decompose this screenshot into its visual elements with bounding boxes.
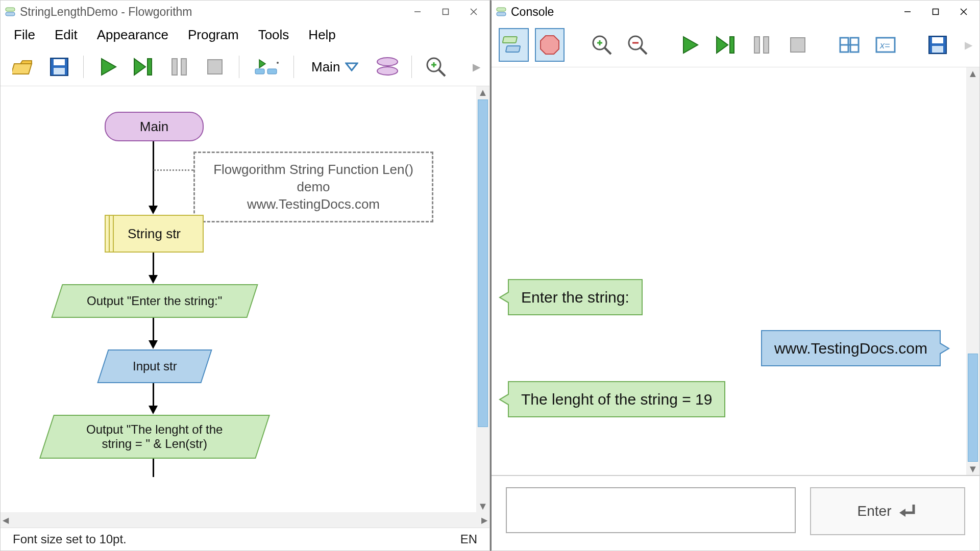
function-selector-label: Main [311, 59, 340, 75]
bubble-text: The lenght of the string = 19 [521, 391, 712, 408]
open-button[interactable] [10, 53, 37, 81]
toolbar-scroll-right-icon[interactable]: ▶ [965, 39, 972, 51]
svg-rect-27 [497, 12, 506, 16]
bubble-text: Enter the string: [521, 289, 629, 306]
zoom-in-button[interactable] [586, 28, 617, 62]
shape-tool-button[interactable] [374, 53, 401, 81]
menu-tools[interactable]: Tools [256, 26, 291, 44]
step-button[interactable] [130, 53, 157, 81]
scroll-up-icon[interactable]: ▲ [478, 86, 488, 98]
zoom-in-button[interactable] [422, 53, 450, 81]
chat-mode-button[interactable] [499, 28, 529, 62]
svg-marker-34 [541, 36, 559, 54]
flowchart-input-node[interactable]: Input str [97, 349, 212, 383]
svg-rect-3 [443, 9, 448, 15]
run-button[interactable] [675, 28, 705, 62]
stop-button[interactable] [201, 53, 229, 81]
output-label: Output "Enter the string:" [87, 294, 222, 308]
menu-appearance[interactable]: Appearance [95, 26, 170, 44]
vertical-scrollbar[interactable]: ▲ ▼ [966, 67, 979, 475]
flowchart-declare-node[interactable]: String str [105, 215, 204, 253]
svg-line-40 [641, 48, 647, 54]
console-output-area[interactable]: Enter the string: www.TestingDocs.com Th… [492, 67, 966, 475]
close-button[interactable] [459, 2, 487, 21]
function-selector[interactable]: Main [304, 59, 365, 75]
app-icon [5, 6, 16, 17]
layout-button[interactable] [250, 53, 283, 81]
declare-label: String str [128, 226, 181, 242]
enter-button[interactable]: Enter [810, 487, 965, 535]
scroll-left-icon[interactable]: ◀ [3, 515, 9, 525]
comment-line: demo [206, 179, 421, 196]
svg-point-18 [277, 62, 279, 64]
flowchart-output-node[interactable]: Output "The lenght of the string = " & L… [39, 415, 270, 459]
svg-rect-29 [933, 9, 938, 15]
statusbar: Font size set to 10pt. EN [1, 528, 489, 550]
menu-file[interactable]: File [12, 26, 37, 44]
save-button[interactable] [45, 53, 73, 81]
console-input[interactable] [506, 487, 796, 533]
variables-button[interactable] [835, 28, 865, 62]
stop-mode-button[interactable] [535, 28, 565, 62]
start-label: Main [140, 119, 168, 135]
console-input-row: Enter [492, 475, 979, 550]
enter-icon [898, 503, 918, 520]
enter-label: Enter [857, 503, 892, 519]
step-button[interactable] [710, 28, 741, 62]
flowgorithm-window: StringLengthDemo - Flowgorithm File Edit… [0, 0, 490, 551]
run-button[interactable] [94, 53, 121, 81]
toolbar-scroll-right-icon[interactable]: ▶ [473, 61, 480, 73]
console-input-bubble: www.TestingDocs.com [761, 330, 941, 366]
svg-rect-8 [54, 68, 65, 74]
svg-rect-7 [54, 59, 65, 65]
input-label: Input str [133, 359, 177, 373]
svg-rect-13 [181, 59, 186, 75]
close-button[interactable] [949, 2, 977, 21]
menu-edit[interactable]: Edit [53, 26, 80, 44]
svg-marker-15 [259, 60, 265, 68]
watch-button[interactable]: x= [871, 28, 901, 62]
vertical-scrollbar[interactable]: ▲ ▼ [476, 86, 489, 512]
scroll-down-icon[interactable]: ▼ [478, 500, 488, 512]
svg-point-20 [377, 58, 398, 66]
svg-rect-44 [730, 37, 734, 53]
stop-button[interactable] [782, 28, 813, 62]
scroll-right-icon[interactable]: ▶ [481, 515, 487, 525]
pause-button[interactable] [165, 53, 193, 81]
svg-line-36 [605, 48, 611, 54]
svg-rect-46 [764, 37, 769, 53]
menu-help[interactable]: Help [306, 26, 337, 44]
window-title: Console [511, 5, 893, 19]
comment-line: www.TestingDocs.com [206, 196, 421, 213]
flowchart-start-node[interactable]: Main [105, 112, 204, 141]
svg-line-23 [439, 70, 445, 76]
scroll-up-icon[interactable]: ▲ [968, 67, 978, 80]
flowchart-comment-node[interactable]: Flowgorithm String Function Len() demo w… [193, 152, 433, 222]
horizontal-scrollbar[interactable]: ◀ ▶ [1, 512, 489, 528]
status-language: EN [460, 532, 477, 546]
scroll-down-icon[interactable]: ▼ [968, 463, 978, 475]
svg-marker-10 [134, 59, 145, 75]
menu-program[interactable]: Program [186, 26, 241, 44]
svg-marker-9 [102, 59, 116, 75]
zoom-out-button[interactable] [623, 28, 653, 62]
svg-text:x=: x= [879, 40, 890, 51]
svg-rect-33 [506, 46, 521, 52]
flowchart-output-node[interactable]: Output "Enter the string:" [51, 284, 258, 318]
output-label: Output "The lenght of the [86, 422, 223, 437]
output-label: string = " & Len(str) [86, 437, 223, 451]
status-message: Font size set to 10pt. [13, 532, 127, 546]
flowchart-canvas[interactable]: Main Flowgorithm String Function Len() d… [1, 86, 476, 512]
bubble-text: www.TestingDocs.com [774, 340, 927, 357]
chevron-down-icon [345, 62, 358, 71]
svg-rect-54 [932, 37, 943, 43]
svg-rect-1 [6, 12, 15, 16]
maximize-button[interactable] [431, 2, 459, 21]
console-save-button[interactable] [923, 28, 953, 62]
console-output-bubble: The lenght of the string = 19 [508, 381, 725, 417]
minimize-button[interactable] [893, 2, 921, 21]
minimize-button[interactable] [403, 2, 431, 21]
svg-rect-45 [754, 37, 760, 53]
pause-button[interactable] [747, 28, 777, 62]
maximize-button[interactable] [921, 2, 949, 21]
